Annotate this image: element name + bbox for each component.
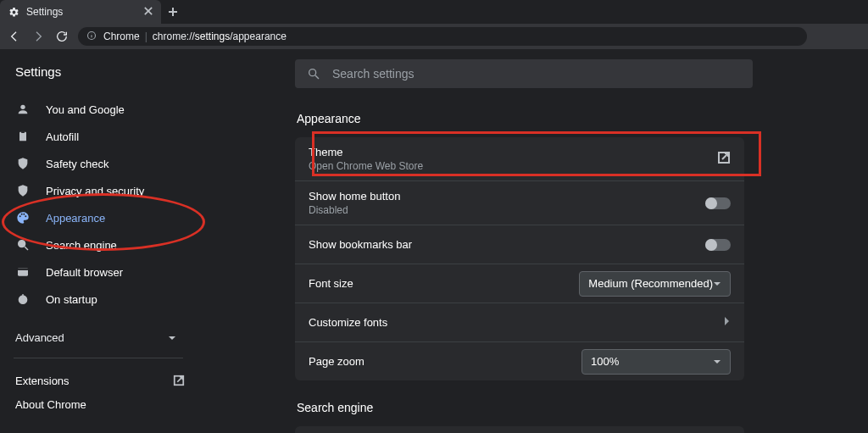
section-title-search-engine: Search engine bbox=[297, 401, 753, 414]
reload-button[interactable] bbox=[54, 29, 70, 44]
setting-home-button: Show home button Disabled bbox=[295, 180, 744, 225]
gear-icon bbox=[8, 7, 19, 18]
sidebar-divider bbox=[14, 358, 183, 358]
page-title: Settings bbox=[15, 64, 212, 79]
setting-theme[interactable]: Theme Open Chrome Web Store bbox=[295, 137, 744, 180]
svg-rect-6 bbox=[18, 268, 28, 270]
svg-rect-3 bbox=[21, 130, 25, 133]
svg-point-1 bbox=[20, 105, 25, 109]
omnibox-url-post: /appearance bbox=[230, 31, 287, 42]
sidebar-item-label: Search engine bbox=[46, 239, 117, 252]
sidebar-advanced[interactable]: Advanced bbox=[15, 331, 176, 344]
sidebar-item-label: Appearance bbox=[46, 212, 105, 225]
page-zoom-value: 100% bbox=[591, 355, 619, 368]
back-button[interactable] bbox=[7, 29, 22, 44]
new-tab-button[interactable] bbox=[161, 0, 185, 24]
close-tab-button[interactable] bbox=[144, 6, 153, 18]
sidebar-item-default-browser[interactable]: Default browser bbox=[15, 258, 212, 286]
home-button-toggle[interactable] bbox=[705, 197, 731, 209]
svg-point-9 bbox=[309, 69, 316, 76]
sidebar-extensions[interactable]: Extensions bbox=[15, 369, 185, 392]
page-zoom-dropdown[interactable]: 100% bbox=[581, 349, 731, 375]
chevron-down-icon bbox=[168, 334, 176, 342]
home-button-sublabel: Disabled bbox=[309, 204, 400, 216]
sidebar-item-label: Autofill bbox=[46, 130, 79, 143]
settings-search[interactable] bbox=[295, 59, 753, 88]
settings-search-input[interactable] bbox=[331, 66, 741, 81]
sidebar-item-label: You and Google bbox=[46, 103, 125, 116]
omnibox-url-bold: settings bbox=[195, 31, 230, 42]
theme-label: Theme bbox=[309, 146, 423, 158]
extensions-label: Extensions bbox=[15, 375, 70, 387]
svg-rect-2 bbox=[19, 132, 26, 142]
person-icon bbox=[16, 103, 30, 116]
site-info-icon bbox=[86, 31, 97, 43]
browser-icon bbox=[16, 265, 30, 279]
sidebar-about-chrome[interactable]: About Chrome bbox=[15, 392, 185, 416]
theme-sublabel: Open Chrome Web Store bbox=[309, 160, 423, 172]
sidebar-item-autofill[interactable]: Autofill bbox=[15, 123, 212, 150]
chevron-down-icon bbox=[713, 280, 721, 288]
setting-font-size: Font size Medium (Recommended) bbox=[295, 264, 744, 303]
shield-icon bbox=[16, 184, 30, 197]
omnibox-url-pre: chrome:// bbox=[153, 31, 195, 42]
sidebar-item-label: Privacy and security bbox=[46, 185, 144, 197]
customize-fonts-label: Customize fonts bbox=[309, 316, 387, 329]
section-title-appearance: Appearance bbox=[297, 112, 753, 125]
search-icon bbox=[307, 67, 320, 80]
sidebar-item-you-and-google[interactable]: You and Google bbox=[15, 96, 212, 123]
page-zoom-label: Page zoom bbox=[309, 355, 364, 368]
tab-title: Settings bbox=[26, 6, 137, 18]
setting-search-engine: Search engine used in the address bar Le… bbox=[295, 426, 744, 433]
advanced-label: Advanced bbox=[15, 331, 64, 344]
sidebar-item-label: Default browser bbox=[46, 266, 123, 279]
omnibox-host: Chrome bbox=[103, 31, 140, 42]
home-button-label: Show home button bbox=[309, 190, 400, 203]
sidebar-item-privacy-security[interactable]: Privacy and security bbox=[15, 177, 212, 204]
bookmarks-bar-toggle[interactable] bbox=[705, 239, 731, 251]
setting-page-zoom: Page zoom 100% bbox=[295, 341, 744, 380]
about-chrome-label: About Chrome bbox=[15, 398, 86, 411]
appearance-card: Theme Open Chrome Web Store Show home bu… bbox=[295, 137, 744, 380]
shield-check-icon bbox=[16, 157, 30, 170]
sidebar-item-label: Safety check bbox=[46, 158, 108, 170]
power-icon bbox=[16, 292, 30, 306]
font-size-dropdown[interactable]: Medium (Recommended) bbox=[579, 271, 731, 297]
open-external-icon bbox=[173, 375, 185, 386]
sidebar-item-search-engine[interactable]: Search engine bbox=[15, 231, 212, 258]
open-external-icon bbox=[717, 151, 731, 167]
forward-button[interactable] bbox=[31, 29, 46, 44]
sidebar-item-appearance[interactable]: Appearance bbox=[15, 204, 212, 231]
sidebar-item-safety-check[interactable]: Safety check bbox=[15, 150, 212, 177]
font-size-value: Medium (Recommended) bbox=[588, 277, 713, 290]
font-size-label: Font size bbox=[309, 277, 353, 290]
browser-tab[interactable]: Settings bbox=[0, 0, 161, 24]
search-icon bbox=[16, 238, 30, 252]
search-engine-card: Search engine used in the address bar Le… bbox=[295, 426, 744, 433]
setting-bookmarks-bar: Show bookmarks bar bbox=[295, 225, 744, 264]
sidebar-item-on-startup[interactable]: On startup bbox=[15, 286, 212, 313]
chevron-down-icon bbox=[713, 358, 721, 366]
setting-customize-fonts[interactable]: Customize fonts bbox=[295, 303, 744, 341]
palette-icon bbox=[16, 211, 30, 225]
clipboard-icon bbox=[16, 130, 30, 143]
chevron-right-icon bbox=[724, 316, 731, 329]
address-bar[interactable]: Chrome | chrome://settings/appearance bbox=[78, 27, 807, 46]
sidebar-item-label: On startup bbox=[46, 293, 97, 306]
bookmarks-bar-label: Show bookmarks bar bbox=[309, 238, 412, 251]
svg-point-4 bbox=[19, 241, 25, 247]
